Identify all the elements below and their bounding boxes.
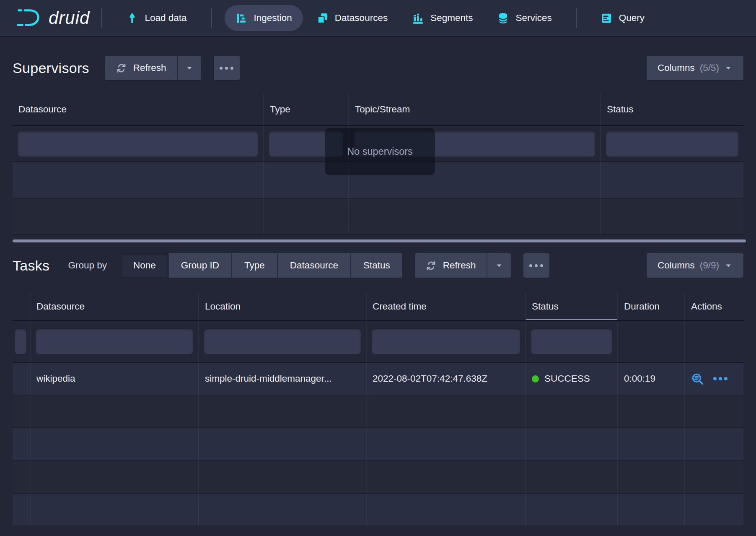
- druid-logo[interactable]: druid: [16, 7, 90, 29]
- columns-count: (9/9): [700, 260, 719, 271]
- status-filter-input[interactable]: [531, 328, 613, 354]
- chevron-down-icon: [724, 64, 733, 72]
- more-icon: [713, 377, 717, 380]
- nav-item-datasources[interactable]: Datasources: [306, 5, 399, 31]
- expander-cell: [13, 363, 31, 395]
- supervisors-refresh-button[interactable]: Refresh: [105, 56, 177, 80]
- group-by-label: Group by: [68, 260, 107, 271]
- expander-filter-input[interactable]: [14, 328, 27, 354]
- nav-item-ingestion[interactable]: Ingestion: [225, 5, 303, 31]
- refresh-icon: [116, 62, 127, 74]
- datasource-filter-input[interactable]: [35, 328, 194, 354]
- nav-item-load-data[interactable]: Load data: [115, 5, 197, 31]
- task-row-wikipedia[interactable]: wikipedia simple-druid-middlemanager... …: [13, 363, 743, 395]
- datasource-cell: wikipedia: [31, 363, 199, 395]
- chevron-down-icon: [495, 261, 503, 270]
- datasources-icon: [316, 12, 329, 24]
- nav-item-label: Load data: [145, 13, 186, 23]
- supervisors-refresh-group: Refresh: [105, 56, 201, 80]
- location-cell: simple-druid-middlemanager...: [199, 363, 367, 395]
- no-supervisors-overlay: No supervisors: [325, 128, 435, 175]
- column-header-location[interactable]: Location: [199, 293, 367, 320]
- tasks-more-button[interactable]: [523, 253, 549, 278]
- nav-item-label: Segments: [430, 13, 473, 23]
- nav-item-services[interactable]: Services: [486, 5, 562, 31]
- tasks-refresh-interval-button[interactable]: [487, 253, 511, 278]
- column-header-type[interactable]: Type: [264, 94, 349, 125]
- column-header-datasource[interactable]: Datasource: [13, 94, 264, 125]
- nav-item-label: Query: [619, 13, 645, 23]
- table-row: [13, 494, 743, 526]
- druid-console: druid Load data Ingestion: [0, 0, 756, 536]
- nav-item-label: Ingestion: [254, 13, 292, 23]
- column-header-expander[interactable]: [13, 293, 31, 320]
- columns-count: (5/5): [700, 62, 719, 73]
- nav-divider: [211, 8, 212, 28]
- group-by-group-id-button[interactable]: Group ID: [169, 253, 232, 278]
- refresh-icon: [425, 260, 437, 271]
- column-header-status-sorted[interactable]: Status: [526, 293, 618, 320]
- column-header-actions[interactable]: Actions: [685, 293, 743, 320]
- supervisors-more-button[interactable]: [214, 56, 240, 80]
- chevron-down-icon: [724, 261, 733, 270]
- group-by-datasource-button[interactable]: Datasource: [278, 253, 351, 278]
- empty-message: No supervisors: [347, 146, 413, 157]
- tasks-header-row: Datasource Location Created time Status …: [13, 293, 743, 321]
- query-icon: [601, 12, 613, 24]
- column-header-topic-stream[interactable]: Topic/Stream: [349, 94, 601, 125]
- group-by-segmented-control: None Group ID Type Datasource Status: [121, 253, 402, 278]
- tasks-refresh-button[interactable]: Refresh: [415, 253, 487, 278]
- refresh-label: Refresh: [443, 260, 476, 271]
- supervisors-controls: Supervisors Refresh: [13, 56, 743, 80]
- nav-divider: [576, 8, 577, 28]
- datasource-filter-input[interactable]: [17, 131, 259, 157]
- supervisors-columns-button[interactable]: Columns (5/5): [647, 56, 743, 80]
- group-by-status-button[interactable]: Status: [351, 253, 402, 278]
- table-row: [13, 395, 743, 428]
- duration-cell: 0:00:19: [618, 363, 685, 395]
- tasks-filter-row: [13, 321, 743, 363]
- location-filter-input[interactable]: [204, 328, 361, 354]
- created-time-filter-input[interactable]: [371, 328, 520, 354]
- column-header-status[interactable]: Status: [601, 94, 743, 125]
- table-row: [13, 199, 743, 235]
- horizontal-scrollbar[interactable]: [13, 239, 746, 242]
- search-details-icon: [691, 372, 704, 385]
- actions-cell: [685, 363, 743, 395]
- column-header-created-time[interactable]: Created time: [367, 293, 526, 320]
- task-actions-menu-button[interactable]: [713, 377, 728, 380]
- chevron-down-icon: [185, 64, 194, 72]
- column-header-datasource[interactable]: Datasource: [31, 293, 199, 320]
- more-icon: [529, 264, 532, 267]
- supervisors-view: Supervisors Refresh: [0, 56, 756, 242]
- columns-label: Columns: [658, 260, 695, 271]
- supervisors-title: Supervisors: [13, 60, 89, 76]
- supervisors-refresh-interval-button[interactable]: [177, 56, 201, 80]
- status-filter-input[interactable]: [606, 131, 739, 157]
- supervisors-table: Datasource Type Topic/Stream Status No s…: [13, 94, 743, 235]
- druid-logo-text: druid: [49, 8, 90, 28]
- more-icon: [220, 67, 223, 70]
- nav-item-query[interactable]: Query: [590, 5, 655, 31]
- tasks-controls: Tasks Group by None Group ID Type Dataso…: [13, 253, 743, 278]
- ingestion-icon: [236, 12, 248, 24]
- status-cell: SUCCESS: [526, 363, 618, 395]
- status-success-dot: [532, 375, 539, 382]
- table-row: [13, 461, 743, 494]
- group-by-none-button[interactable]: None: [121, 253, 169, 278]
- group-by-type-button[interactable]: Type: [232, 253, 278, 278]
- druid-logo-icon: [16, 7, 43, 29]
- top-nav: druid Load data Ingestion: [0, 0, 756, 37]
- nav-item-segments[interactable]: Segments: [401, 5, 484, 31]
- nav-item-label: Datasources: [335, 13, 388, 23]
- column-header-duration[interactable]: Duration: [618, 293, 685, 320]
- tasks-title: Tasks: [13, 258, 49, 274]
- tasks-columns-button[interactable]: Columns (9/9): [647, 253, 743, 278]
- view-task-details-button[interactable]: [691, 372, 704, 385]
- status-badge: SUCCESS: [544, 373, 590, 384]
- tasks-table: Datasource Location Created time Status …: [13, 293, 743, 526]
- supervisors-header-row: Datasource Type Topic/Stream Status: [13, 94, 743, 126]
- load-data-icon: [126, 12, 138, 24]
- tasks-view: Tasks Group by None Group ID Type Dataso…: [0, 253, 756, 526]
- nav-item-label: Services: [515, 13, 551, 23]
